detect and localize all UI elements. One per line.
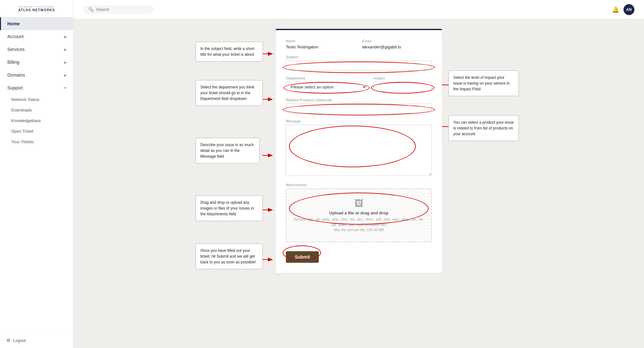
arrow-icon: ▶	[64, 73, 67, 77]
department-label: Department	[286, 76, 367, 80]
upload-icon: 🖼	[293, 198, 425, 209]
impact-input[interactable]: Medium	[374, 82, 432, 92]
email-value: alexander@gigabit.io	[362, 45, 432, 49]
attachments-dropzone[interactable]: 🖼 Upload a file or drag and drop Accepts…	[286, 188, 432, 242]
subject-label: Subject	[286, 55, 432, 59]
department-group: Department Please select an option	[286, 76, 367, 92]
sidebar-item-open-ticket[interactable]: Open Ticket	[0, 126, 73, 137]
subject-group: Subject	[286, 55, 432, 70]
sidebar-item-services[interactable]: Services ▶	[0, 43, 73, 56]
sidebar-item-home[interactable]: Home	[0, 17, 73, 30]
sidebar: INTERNET PROVIDERS ATLAS NETWORKS Home A…	[0, 0, 74, 348]
submit-area: Submit	[286, 247, 432, 263]
topbar: 🔍 🔔 AN	[74, 0, 644, 19]
submit-button[interactable]: Submit	[286, 251, 319, 263]
dept-impact-row: Department Please select an option Impac…	[286, 76, 432, 92]
chevron-down-icon: ▼	[64, 86, 67, 90]
ticket-form-card: Name Testo Testingaton Email alexander@g…	[276, 29, 442, 273]
impact-group: Impact Medium	[374, 76, 432, 92]
sidebar-logo: INTERNET PROVIDERS ATLAS NETWORKS	[0, 0, 73, 17]
sidebar-item-domains[interactable]: Domains ▶	[0, 69, 73, 81]
related-products-input[interactable]	[286, 104, 432, 113]
attachments-group: Attachments 🖼 Upload a file or drag and …	[286, 183, 432, 242]
arrow-icon: ▶	[64, 61, 67, 64]
upload-hint: Accepts .jpg, .gif, .jpeg, .png, .xlsx, …	[293, 217, 425, 233]
annotation-submit: Once you have filled out your ticket, hi…	[196, 244, 263, 269]
search-icon: 🔍	[88, 7, 93, 12]
right-arrows-svg	[442, 29, 525, 273]
main-content: 🔍 🔔 AN In the subject field, write a sho…	[74, 0, 644, 348]
sidebar-item-your-tickets[interactable]: Your Tickets	[0, 137, 73, 147]
email-field-group: Email alexander@gigabit.io	[362, 39, 432, 49]
sidebar-item-downloads[interactable]: Downloads	[0, 105, 73, 115]
department-select[interactable]: Please select an option	[286, 82, 367, 92]
avatar[interactable]: AN	[624, 4, 634, 15]
sidebar-item-network-status[interactable]: Network Status	[0, 94, 73, 105]
impact-label: Impact	[374, 76, 432, 80]
subject-input[interactable]	[286, 61, 432, 70]
sidebar-item-billing[interactable]: Billing ▶	[0, 56, 73, 69]
page-layout: In the subject field, write a short titl…	[86, 29, 631, 273]
sidebar-item-account[interactable]: Account ▶	[0, 30, 73, 43]
right-annotations: Select the level of impact your issue is…	[442, 29, 525, 273]
related-products-label: Related Products (Optional)	[286, 98, 432, 102]
notification-bell-icon[interactable]: 🔔	[612, 6, 619, 13]
name-email-row: Name Testo Testingaton Email alexander@g…	[286, 39, 432, 49]
search-wrap[interactable]: 🔍	[83, 5, 154, 14]
sidebar-item-support[interactable]: Support ▼	[0, 81, 73, 94]
left-annotations: In the subject field, write a short titl…	[192, 29, 276, 273]
message-label: Message	[286, 119, 432, 123]
gear-icon: ⚙	[6, 338, 11, 343]
upload-label: Upload a file or drag and drop	[293, 211, 425, 215]
annotation-attachments: Drag and drop or upload any images or fi…	[196, 195, 263, 221]
arrow-icon: ▶	[64, 35, 67, 38]
topbar-right: 🔔 AN	[612, 4, 634, 15]
center-form: Name Testo Testingaton Email alexander@g…	[276, 29, 442, 273]
annotation-products: You can select a product your issue is r…	[448, 115, 519, 141]
email-label: Email	[362, 39, 432, 43]
annotation-department: Select the department you think your tic…	[196, 80, 263, 106]
annotation-impact: Select the level of impact your issue is…	[448, 70, 519, 96]
arrow-icon: ▶	[64, 48, 67, 51]
logout-button[interactable]: ⚙ Logout	[0, 332, 73, 348]
content-area: In the subject field, write a short titl…	[74, 19, 644, 348]
logo-tagline: INTERNET PROVIDERS	[18, 6, 55, 8]
search-input[interactable]	[96, 7, 147, 12]
message-group: Message	[286, 119, 432, 177]
related-products-group: Related Products (Optional)	[286, 98, 432, 113]
annotation-subject: In the subject field, write a short titl…	[196, 42, 263, 62]
name-value: Testo Testingaton	[286, 45, 356, 49]
attachments-label: Attachments	[286, 183, 432, 187]
annotation-message: Describe your issue in as much detail as…	[196, 138, 260, 163]
logo-title: ATLAS NETWORKS	[18, 8, 55, 12]
sidebar-item-knowledgebase[interactable]: Knowledgebase	[0, 115, 73, 126]
name-field-group: Name Testo Testingaton	[286, 39, 356, 49]
message-textarea[interactable]	[286, 125, 432, 176]
name-label: Name	[286, 39, 356, 43]
